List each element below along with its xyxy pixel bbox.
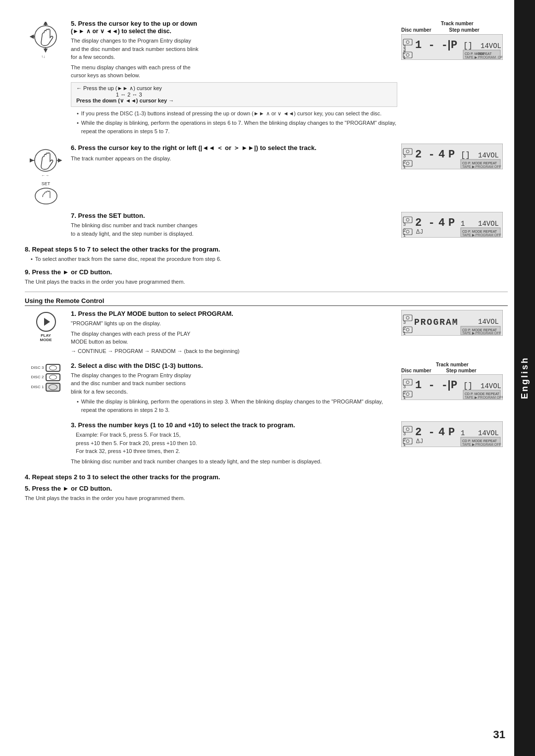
- svg-text:TAPE  ▶ PROGRAM  OFF: TAPE ▶ PROGRAM OFF: [462, 233, 501, 237]
- svg-text:1: 1: [403, 395, 406, 400]
- svg-text:1: 1: [461, 429, 465, 437]
- remote-step1-icon: PLAYMODE: [25, 310, 67, 342]
- hand-lr-icon: ←→: [27, 146, 64, 180]
- step8-bullet1: To select another track from the same di…: [31, 255, 508, 263]
- svg-text:▶ PROGRAM: ▶ PROGRAM: [475, 55, 496, 59]
- svg-text:TAPE  ▶ PROGRAM  OFF: TAPE ▶ PROGRAM OFF: [462, 331, 501, 335]
- svg-text:CD P. MODE REPEAT: CD P. MODE REPEAT: [462, 230, 497, 233]
- svg-text:1 - -: 1 - -: [415, 39, 448, 51]
- display-panel-svg-6: 3 2 1 2 - 4 P 1 14VOL ΔJ CD P. MODE REPE…: [401, 421, 503, 447]
- svg-text:1: 1: [461, 220, 465, 228]
- step5-body: 5. Press the cursor key to the up or dow…: [71, 20, 397, 137]
- svg-text:P: P: [448, 149, 455, 161]
- svg-text:2 -: 2 -: [415, 426, 435, 439]
- svg-text:14VOL: 14VOL: [478, 220, 499, 228]
- svg-text:REPEAT: REPEAT: [478, 52, 492, 55]
- svg-text:14VOL: 14VOL: [478, 429, 499, 437]
- remote-step3-body: 3. Press the number keys (1 to 10 and +1…: [71, 421, 397, 467]
- svg-text:PROGRAM: PROGRAM: [414, 317, 459, 327]
- step6-body: 6. Press the cursor key to the right or …: [71, 144, 397, 165]
- page-container: English 31: [0, 0, 535, 756]
- display-panel-svg-4: 3 2 1 PROGRAM 14VOL CD P. MODE REPEAT TA…: [401, 310, 503, 336]
- svg-text:ΔJ: ΔJ: [416, 229, 423, 236]
- step6-icon: ←→ SET: [25, 144, 67, 206]
- play-mode-icon: [36, 312, 56, 332]
- svg-text:4: 4: [438, 149, 445, 161]
- step7-body: 7. Press the SET button. The blinking di…: [71, 212, 397, 240]
- step9-text: The Unit plays the tracks in the order y…: [25, 278, 508, 286]
- svg-text:4: 4: [438, 426, 445, 439]
- remote-step2-icon: DISC 3 DISC 2 DISC 1: [25, 362, 67, 392]
- step5-icon: ↑↓: [25, 20, 67, 61]
- remote-step5-heading: 5. Press the ► or CD button.: [25, 485, 508, 492]
- hand-cursor-icon: ↑↓: [27, 22, 64, 61]
- english-label: English: [520, 356, 530, 399]
- remote-step2-body: 2. Select a disc with the DISC (1-3) but…: [71, 362, 397, 416]
- remote-step5-section: 5. Press the ► or CD button. The Unit pl…: [25, 485, 508, 503]
- remote-step1-text2: The display changes with each press of t…: [71, 330, 397, 346]
- step6-display: 3 2 1 2 - 4 P [] 14VOL CD P. MODE REPEAT…: [401, 144, 508, 171]
- remote-step3-heading: 3. Press the number keys (1 to 10 and +1…: [71, 421, 397, 429]
- step9-section: 9. Press the ► or CD button. The Unit pl…: [25, 268, 508, 286]
- svg-text:1: 1: [403, 442, 406, 447]
- remote-step3-text: Example: For track 5, press 5. For track…: [76, 431, 397, 455]
- svg-text:P: P: [451, 39, 457, 51]
- step6-heading: 6. Press the cursor key to the right or …: [71, 144, 397, 152]
- svg-point-0: [35, 26, 56, 48]
- english-sidebar: English: [514, 0, 535, 756]
- remote-step1-body: 1. Press the PLAY MODE button to select …: [71, 310, 397, 356]
- step9-heading: 9. Press the ► or CD button.: [25, 268, 508, 276]
- svg-text:[]: []: [463, 382, 473, 391]
- remote-control-header: Using the Remote Control: [25, 297, 508, 306]
- svg-text:1 - -: 1 - -: [415, 379, 448, 392]
- svg-text:ΔJ: ΔJ: [416, 438, 423, 445]
- svg-text:14VOL: 14VOL: [481, 42, 501, 50]
- remote-step3-display: 3 2 1 2 - 4 P 1 14VOL ΔJ CD P. MODE REPE…: [401, 421, 508, 449]
- svg-text:2 -: 2 -: [415, 217, 435, 229]
- set-button-icon: [34, 186, 58, 206]
- svg-text:TAPE: TAPE: [465, 55, 474, 59]
- step5-heading: 5. Press the cursor key to the up or dow…: [71, 20, 397, 35]
- display-panel-svg-5: 3 2 1 1 - - | P [] 14VOL CD P. MODE REPE…: [401, 374, 503, 400]
- remote-step2-bullet: While the display is blinking, perform t…: [77, 398, 397, 414]
- svg-text:1: 1: [403, 233, 406, 238]
- svg-text:CD P. MODE REPEAT: CD P. MODE REPEAT: [465, 392, 500, 396]
- step7-text: The blinking disc number and track numbe…: [71, 221, 397, 238]
- remote-step1-section: PLAYMODE 1. Press the PLAY MODE button t…: [25, 310, 508, 356]
- svg-text:P: P: [451, 379, 457, 392]
- display-labels-row: Disc number Step number: [401, 27, 508, 33]
- remote-step2-text: The display changes to the Program Entry…: [71, 371, 397, 396]
- svg-text:[]: []: [461, 151, 470, 160]
- step8-section: 8. Repeat steps 5 to 7 to select the oth…: [25, 246, 508, 263]
- svg-text:14VOL: 14VOL: [481, 382, 501, 390]
- remote-step1-text1: "PROGRAM" lights up on the display.: [71, 319, 397, 328]
- remote-step1-arrow: → CONTINUE → PROGRAM → RANDOM → (back to…: [71, 348, 397, 354]
- svg-text:OFF: OFF: [498, 55, 503, 59]
- display-labels-top: Track number: [401, 21, 503, 26]
- remote-step4-section: 4. Repeat steps 2 to 3 to select the oth…: [25, 473, 508, 481]
- set-label: SET: [42, 181, 51, 186]
- svg-text:TAPE  ▶ PROGRAM  OFF: TAPE ▶ PROGRAM OFF: [462, 165, 501, 168]
- svg-marker-64: [44, 318, 50, 326]
- display-panel-svg-1: 3 2 1 - - | P [] 14VOL CD P. MODE REPEAT…: [401, 34, 503, 60]
- svg-point-26: [35, 150, 56, 171]
- display-panel-svg-2: 3 2 1 2 - 4 P [] 14VOL CD P. MODE REPEAT…: [401, 144, 503, 169]
- step5-bullet1: If you press the DISC (1-3) buttons inst…: [77, 109, 397, 118]
- svg-text:P: P: [448, 426, 455, 439]
- step5-text: The display changes to the Program Entry…: [71, 37, 397, 61]
- step7-section: 7. Press the SET button. The blinking di…: [25, 212, 508, 240]
- svg-text:CD P. MODE REPEAT: CD P. MODE REPEAT: [462, 161, 497, 165]
- svg-text:1: 1: [403, 55, 406, 60]
- svg-text:2 -: 2 -: [415, 149, 435, 161]
- svg-text:4: 4: [438, 217, 445, 229]
- remote-step2-section: DISC 3 DISC 2 DISC 1: [25, 362, 508, 416]
- disc-buttons-icon: DISC 3 DISC 2 DISC 1: [31, 364, 61, 392]
- step8-heading: 8. Repeat steps 5 to 7 to select the oth…: [25, 246, 508, 253]
- svg-text:←→: ←→: [41, 173, 49, 178]
- svg-text:↑↓: ↑↓: [41, 54, 45, 59]
- svg-text:1: 1: [403, 331, 406, 336]
- svg-text:TAPE  ▶ PROGRAM  OFF: TAPE ▶ PROGRAM OFF: [462, 443, 501, 446]
- page-number: 31: [493, 728, 505, 741]
- section-divider: [25, 292, 508, 292]
- svg-text:3: 3: [403, 44, 406, 49]
